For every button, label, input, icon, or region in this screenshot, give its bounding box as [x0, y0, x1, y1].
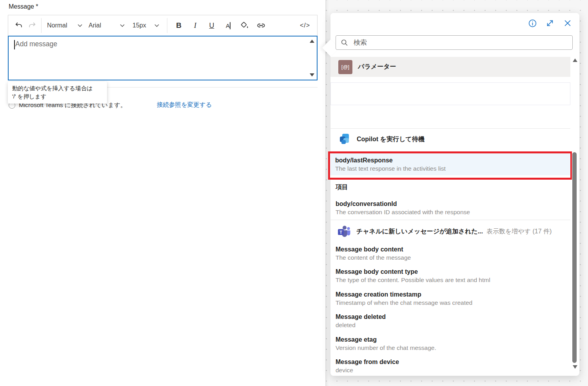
dynamic-value-message-body-content[interactable]: Message body content The content of the … — [336, 245, 411, 262]
item-title: Message from device — [336, 358, 399, 366]
message-input[interactable]: Add message — [8, 36, 318, 80]
highlight-red-box: body/lastResponse The last text response… — [328, 151, 572, 180]
svg-text:T: T — [339, 230, 342, 235]
font-size-dropdown[interactable]: 15px — [132, 22, 159, 29]
dynamic-value-message-creation-timestamp[interactable]: Message creation timestamp Timestamp of … — [336, 290, 472, 307]
item-desc: Timestamp of when the chat message was c… — [336, 299, 472, 307]
dynamic-value-message-deleted[interactable]: Message deleted deleted — [336, 313, 386, 329]
bold-button[interactable]: B — [172, 18, 185, 33]
font-color-icon: A — [226, 23, 230, 28]
panel-header-actions — [528, 18, 572, 28]
close-button[interactable] — [563, 18, 572, 28]
font-family-dropdown[interactable]: Arial — [89, 22, 125, 29]
font-family-value: Arial — [89, 22, 101, 29]
highlight-color-button[interactable] — [238, 18, 251, 33]
item-desc: Version number of the chat message. — [336, 344, 436, 352]
item-title: Message body content type — [336, 268, 490, 276]
redo-button[interactable] — [25, 18, 39, 33]
section-copilot[interactable]: Copilot を実行して待機 — [330, 129, 570, 149]
close-icon — [563, 19, 572, 27]
divider — [330, 128, 570, 129]
underline-icon: U — [209, 22, 214, 30]
dynamic-value-body-lastResponse[interactable]: body/lastResponse The last text response… — [330, 153, 570, 175]
expand-icon — [546, 19, 554, 27]
toolbar-separator — [41, 18, 42, 33]
chevron-down-icon — [78, 24, 82, 27]
scroll-up-icon[interactable] — [310, 40, 314, 43]
dynamic-value-message-from-device[interactable]: Message from device device — [336, 358, 399, 374]
expand-button[interactable] — [545, 18, 555, 28]
redo-icon — [28, 21, 36, 30]
copilot-icon — [338, 133, 352, 146]
paragraph-style-value: Normal — [47, 22, 67, 29]
teams-trigger-label: チャネルに新しいメッセージが追加された... — [356, 228, 483, 236]
bold-icon: B — [176, 21, 181, 30]
insert-link-button[interactable] — [254, 18, 268, 33]
paragraph-style-dropdown[interactable]: Normal — [47, 22, 82, 29]
item-desc: The conversation ID associated with the … — [336, 208, 470, 216]
tooltip-line2: '/' を押します — [12, 93, 103, 101]
text-cursor — [14, 40, 15, 49]
italic-icon: I — [194, 21, 196, 30]
chevron-down-icon — [120, 24, 125, 27]
item-desc: deleted — [336, 321, 386, 329]
copilot-label: Copilot を実行して待機 — [357, 135, 425, 144]
item-desc: The last text response in the activities… — [335, 164, 570, 173]
undo-icon — [15, 21, 23, 30]
scroll-down-icon[interactable] — [310, 73, 314, 76]
items-section-label: 項目 — [336, 183, 348, 191]
undo-button[interactable] — [12, 18, 25, 33]
item-desc: The content of the message — [336, 253, 411, 262]
message-field-label: Message * — [9, 3, 38, 10]
message-placeholder: Add message — [15, 40, 57, 48]
section-teams-trigger[interactable]: T チャネルに新しいメッセージが追加された... 表示数を増やす (17 件) — [330, 222, 570, 241]
panel-scrollbar[interactable] — [572, 57, 577, 371]
item-title: Message etag — [336, 335, 436, 344]
dynamic-value-message-body-content-type[interactable]: Message body content type The type of th… — [336, 268, 490, 284]
toolbar-separator — [167, 18, 167, 33]
item-title: Message creation timestamp — [336, 290, 472, 299]
parameters-label: パラメーター — [358, 63, 396, 71]
italic-button[interactable]: I — [189, 18, 202, 33]
teams-icon: T — [337, 225, 351, 238]
scroll-up-icon[interactable] — [573, 58, 577, 62]
info-icon — [528, 19, 537, 28]
search-box — [336, 35, 573, 50]
section-parameters[interactable]: [@] パラメーター — [330, 57, 570, 77]
dynamic-value-body-conversationId[interactable]: body/conversationId The conversation ID … — [336, 200, 470, 216]
tooltip-line1: 動的な値や式を挿入する場合は — [12, 84, 103, 93]
item-title: body/lastResponse — [335, 156, 570, 164]
show-more-link[interactable]: 表示数を増やす (17 件) — [486, 228, 552, 236]
scroll-down-icon[interactable] — [573, 365, 577, 369]
item-title: Message body content — [336, 245, 411, 253]
item-title: Message deleted — [336, 313, 386, 321]
info-button[interactable] — [528, 18, 537, 28]
dynamic-value-message-etag[interactable]: Message etag Version number of the chat … — [336, 335, 436, 352]
parameters-empty-area — [330, 82, 570, 105]
search-input[interactable] — [353, 38, 568, 47]
item-desc: device — [336, 366, 399, 374]
divider — [330, 220, 570, 220]
code-view-icon: </> — [300, 22, 310, 29]
search-icon — [340, 38, 348, 47]
change-connection-link[interactable]: 接続参照を変更する — [157, 101, 212, 109]
font-size-value: 15px — [132, 22, 146, 29]
item-desc: The type of the content. Possible values… — [336, 276, 490, 284]
paint-bucket-icon — [240, 21, 249, 30]
link-icon — [256, 20, 266, 31]
chevron-down-icon — [154, 24, 159, 27]
underline-button[interactable]: U — [205, 18, 218, 33]
font-color-button[interactable]: A — [221, 18, 235, 33]
code-view-button[interactable]: </> — [298, 18, 312, 33]
scrollbar-thumb[interactable] — [572, 152, 577, 363]
dynamic-content-panel: [@] パラメーター Copilot を実行して待機 body/lastResp… — [330, 13, 579, 376]
item-title: body/conversationId — [336, 200, 470, 208]
parameters-icon: [@] — [338, 60, 352, 74]
richtext-toolbar: Normal Arial 15px B I U A — [8, 15, 318, 36]
dynamic-content-tooltip: 動的な値や式を挿入する場合は '/' を押します — [8, 82, 107, 104]
